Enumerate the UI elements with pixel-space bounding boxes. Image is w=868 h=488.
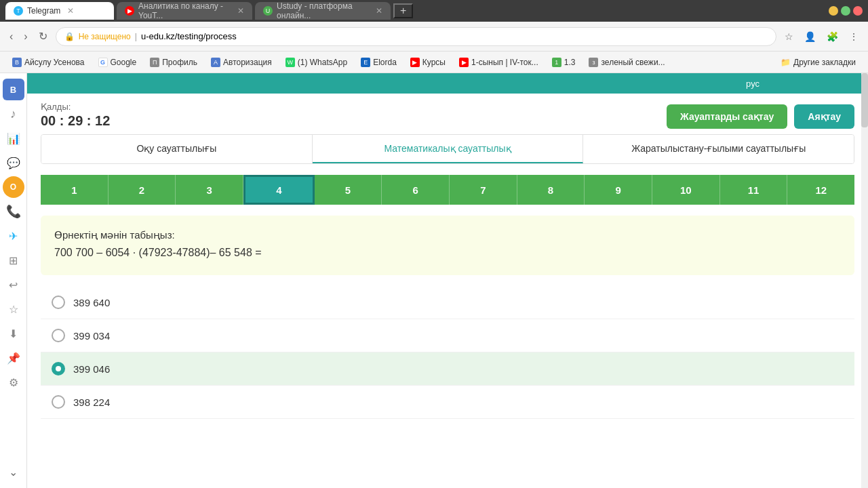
ustudy-tab-icon: U (263, 6, 273, 16)
tab-reading[interactable]: Оқу сауаттылығы (41, 135, 313, 163)
address-input[interactable]: 🔒 Не защищено | u-edu.kz/testing/process (56, 27, 776, 46)
1synip-bookmark-icon: ▶ (459, 58, 469, 67)
q8-label: 8 (548, 184, 553, 196)
main-content: рус Қалды: 00 : 29 : 12 Жауаптарды сақта… (27, 73, 868, 488)
bookmark-1synip-label: 1-сынып | IV-ток... (471, 58, 538, 67)
bookmark-vk[interactable]: В Айсулу Усенова (7, 56, 90, 69)
lock-icon: 🔒 (64, 32, 75, 41)
radio-3[interactable] (52, 362, 65, 375)
minimize-button[interactable] (829, 6, 838, 16)
sidebar-music-icon[interactable]: ♪ (3, 103, 24, 125)
answer-option-4[interactable]: 398 224 (41, 386, 854, 419)
answer-option-2[interactable]: 399 034 (41, 319, 854, 352)
finish-button[interactable]: Аяқтау (794, 104, 854, 129)
bookmark-star-button[interactable]: ☆ (782, 28, 796, 45)
question-num-1[interactable]: 1 (41, 175, 108, 205)
green-bookmark-icon: з (589, 58, 598, 67)
q12-label: 12 (815, 184, 827, 196)
question-num-5[interactable]: 5 (315, 175, 382, 205)
browser-chrome: T Telegram ✕ ▶ Аналитика по каналу - You… (0, 0, 868, 22)
header-lang-btn[interactable]: рус (746, 79, 760, 89)
question-instruction: Өрнектің мәнін табыңыз: (54, 229, 841, 241)
q5-label: 5 (345, 184, 351, 196)
telegram-tab-icon: T (14, 6, 23, 16)
answer-option-1[interactable]: 389 640 (41, 286, 854, 319)
question-num-10[interactable]: 10 (652, 175, 720, 205)
bookmark-auth[interactable]: А Авторизация (205, 56, 277, 69)
sidebar-telegram-icon[interactable]: ✈ (3, 225, 24, 247)
sidebar-phone-icon[interactable]: 📞 (3, 201, 24, 222)
question-num-6[interactable]: 6 (382, 175, 450, 205)
q9-label: 9 (616, 184, 621, 196)
bookmark-1synip[interactable]: ▶ 1-сынып | IV-ток... (454, 56, 544, 69)
tab-youtube-label: Аналитика по каналу - YouT... (138, 1, 231, 20)
bookmark-other[interactable]: 📁 Другие закладки (775, 56, 861, 69)
answer-text-4: 398 224 (73, 396, 110, 408)
radio-1[interactable] (52, 296, 65, 309)
question-num-11[interactable]: 11 (720, 175, 788, 205)
timer-label: Қалды: (41, 102, 110, 112)
sidebar-ok-icon[interactable]: О (3, 176, 24, 198)
sidebar-download-icon[interactable]: ⬇ (3, 323, 24, 344)
close-button[interactable] (853, 6, 863, 16)
settings-dots-button[interactable]: ⋮ (846, 28, 861, 45)
reload-button[interactable]: ↻ (36, 27, 50, 45)
tab-close-youtube[interactable]: ✕ (237, 6, 244, 16)
tab-youtube[interactable]: ▶ Аналитика по каналу - YouT... ✕ (117, 2, 252, 20)
question-num-4[interactable]: 4 (243, 175, 315, 205)
tab-math[interactable]: Математикалық сауаттылық (313, 135, 584, 163)
google-bookmark-icon: G (98, 58, 108, 67)
13-bookmark-icon: 1 (552, 58, 561, 67)
bookmark-13[interactable]: 1 1.3 (547, 56, 581, 69)
sidebar-vk-icon[interactable]: В (3, 79, 24, 100)
sidebar-collapse-icon[interactable]: ⌄ (3, 461, 24, 483)
question-num-3[interactable]: 3 (176, 175, 243, 205)
tab-ustudy-label: Ustudy - платформа онлайн... (277, 1, 369, 20)
save-answers-button[interactable]: Жауаптарды сақтау (667, 104, 787, 129)
bookmark-kursy[interactable]: ▶ Курсы (405, 56, 451, 69)
question-num-9[interactable]: 9 (585, 175, 652, 205)
bookmark-kursy-label: Курсы (422, 58, 446, 67)
sidebar-chart-icon[interactable]: 📊 (3, 127, 24, 149)
extensions-button[interactable]: 🧩 (824, 28, 841, 45)
profile-bookmark-icon: П (150, 58, 159, 67)
tab-telegram[interactable]: T Telegram ✕ (5, 2, 114, 20)
bookmark-elorda-label: Elorda (373, 58, 397, 67)
question-num-2[interactable]: 2 (108, 175, 176, 205)
timer-left: Қалды: 00 : 29 : 12 (41, 102, 110, 129)
q7-label: 7 (480, 184, 486, 196)
question-num-8[interactable]: 8 (517, 175, 585, 205)
bookmark-profile[interactable]: П Профиль (144, 56, 203, 69)
sidebar-pin-icon[interactable]: 📌 (3, 347, 24, 369)
answer-options: 389 640 399 034 399 046 398 224 (41, 286, 854, 419)
question-num-7[interactable]: 7 (450, 175, 517, 205)
bookmark-whatsapp[interactable]: W (1) WhatsApp (280, 56, 353, 69)
back-button[interactable]: ‹ (7, 28, 16, 45)
radio-2[interactable] (52, 329, 65, 342)
bookmark-google[interactable]: G Google (93, 56, 142, 69)
forward-button[interactable]: › (21, 28, 30, 45)
right-scrollbar[interactable] (861, 73, 868, 488)
tab-close-ustudy[interactable]: ✕ (376, 6, 382, 16)
q4-label: 4 (276, 184, 281, 196)
sidebar-settings-icon[interactable]: ⚙ (3, 371, 24, 393)
bookmark-profile-label: Профиль (162, 58, 197, 67)
sidebar-apps-icon[interactable]: ⊞ (3, 249, 24, 271)
new-tab-button[interactable]: + (393, 3, 413, 18)
scrollbar-thumb[interactable] (861, 73, 868, 127)
tab-science[interactable]: Жаратылыстану-ғылыми сауаттылығы (583, 135, 854, 163)
sidebar-messages-icon[interactable]: 💬 (3, 152, 24, 174)
bookmark-elorda[interactable]: E Elorda (355, 56, 402, 69)
profile-button[interactable]: 👤 (802, 28, 818, 45)
bookmark-folder-icon: 📁 (781, 58, 791, 67)
answer-option-3[interactable]: 399 046 (41, 352, 854, 386)
bookmark-green[interactable]: з зеленый свежи... (583, 56, 670, 69)
bookmark-auth-label: Авторизация (223, 58, 272, 67)
radio-4[interactable] (52, 395, 65, 409)
tab-close-telegram[interactable]: ✕ (67, 6, 74, 16)
question-num-12[interactable]: 12 (787, 175, 854, 205)
sidebar-star-icon[interactable]: ☆ (3, 298, 24, 320)
sidebar-history-icon[interactable]: ↩ (3, 274, 24, 296)
tab-ustudy[interactable]: U Ustudy - платформа онлайн... ✕ (255, 2, 391, 20)
maximize-button[interactable] (841, 6, 850, 16)
